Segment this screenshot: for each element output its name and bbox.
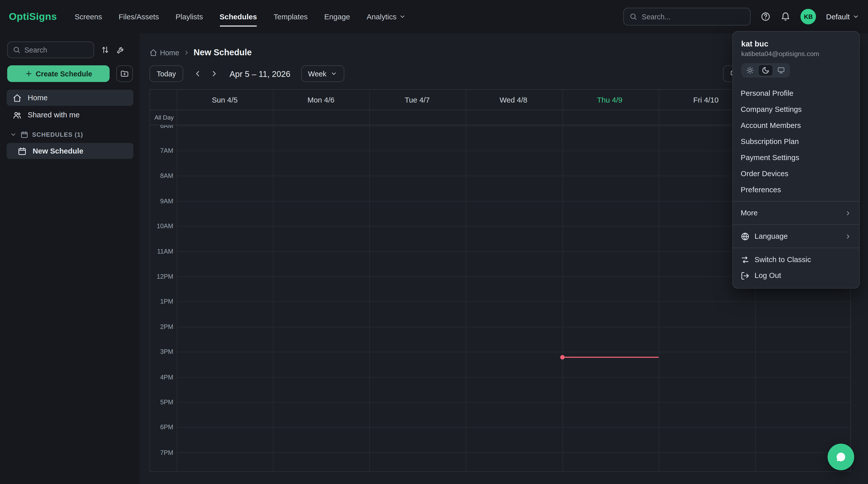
search-icon [13,46,21,54]
day-header-thu[interactable]: Thu 4/9 [562,90,658,110]
date-range-label: Apr 5 – 11, 2026 [229,69,290,78]
menu-item-more[interactable]: More [733,205,859,221]
logout-icon [741,271,749,280]
menu-item-payment-settings[interactable]: Payment Settings [733,150,859,165]
chevron-left-icon [193,69,202,78]
settings-button[interactable] [116,46,125,54]
menu-item-company-settings[interactable]: Company Settings [733,101,859,117]
day-header-wed[interactable]: Wed 4/8 [465,90,562,110]
chevron-down-icon [330,70,337,77]
theme-light-button[interactable] [742,64,758,77]
menu-item-language[interactable]: Language [733,228,859,244]
theme-toggle [741,63,790,78]
theme-dark-button[interactable] [758,64,773,77]
chevron-down-icon [399,13,406,20]
create-schedule-button[interactable]: Create Schedule [7,65,110,82]
breadcrumb-home[interactable]: Home [149,49,179,57]
sidebar-item-new-schedule[interactable]: New Schedule [6,143,133,159]
day-header-sun[interactable]: Sun 4/5 [177,90,273,110]
wrench-icon [116,46,125,54]
help-circle-icon [761,11,771,22]
sort-button[interactable] [101,46,110,54]
today-button[interactable]: Today [149,65,183,82]
nav-playlists[interactable]: Playlists [176,12,203,21]
app-root: OptiSigns Screens Files/Assets Playlists… [0,0,868,484]
main-nav: Screens Files/Assets Playlists Schedules… [74,12,406,21]
breadcrumb: Home New Schedule [149,48,252,58]
avatar[interactable]: KB [801,9,816,24]
day-header-tue[interactable]: Tue 4/7 [369,90,465,110]
chevron-right-icon [183,49,190,56]
sidebar-item-shared[interactable]: Shared with me [6,107,133,123]
sidebar: Create Schedule Home Shared with me SCHE… [0,33,141,484]
divider [733,201,859,202]
nav-engage[interactable]: Engage [324,12,350,21]
calendar-icon [18,147,27,155]
help-button[interactable] [761,11,771,22]
new-folder-button[interactable] [116,65,133,82]
all-day-label: All Day [154,114,174,121]
chat-bubble-icon [835,451,847,463]
sidebar-item-home[interactable]: Home [6,90,133,106]
sidebar-search[interactable] [7,41,94,58]
nav-files-assets[interactable]: Files/Assets [119,12,159,21]
chat-fab[interactable] [828,444,854,470]
account-menu-items: Personal Profile Company Settings Accoun… [733,85,859,198]
prev-week-button[interactable] [193,69,202,78]
chevron-right-icon [210,69,218,78]
menu-item-subscription-plan[interactable]: Subscription Plan [733,133,859,150]
theme-system-button[interactable] [773,64,789,77]
chevron-down-icon [852,13,859,20]
menu-item-account-members[interactable]: Account Members [733,117,859,133]
moon-icon [762,66,770,74]
menu-item-logout[interactable]: Log Out [733,268,859,284]
menu-item-switch-classic[interactable]: Switch to Classic [733,251,859,268]
sidebar-search-input[interactable] [24,46,89,54]
brand-logo[interactable]: OptiSigns [9,11,57,22]
home-icon [13,93,22,102]
account-name: kat buc [733,38,859,48]
chevron-right-icon [845,233,851,240]
folder-plus-icon [120,69,129,78]
top-navbar: OptiSigns Screens Files/Assets Playlists… [0,0,868,33]
workspace-selector[interactable]: Default [826,12,859,21]
page-title: New Schedule [194,48,252,58]
divider [733,224,859,225]
current-time-dot [560,355,565,360]
chevron-down-icon [10,131,17,138]
monitor-icon [777,66,785,74]
calendar-icon [21,131,28,139]
next-week-button[interactable] [210,69,218,78]
chevron-right-icon [845,210,851,216]
sort-arrows-icon [101,46,110,54]
day-header-mon[interactable]: Mon 4/6 [273,90,369,110]
menu-item-personal-profile[interactable]: Personal Profile [733,85,859,101]
current-time-indicator [562,357,659,358]
sun-icon [746,66,754,74]
search-icon [630,13,638,21]
menu-item-order-devices[interactable]: Order Devices [733,165,859,182]
notifications-button[interactable] [781,11,790,22]
nav-screens[interactable]: Screens [74,12,102,21]
home-icon [149,49,157,57]
users-icon [13,111,22,119]
navbar-right: KB Default [623,8,859,26]
globe-icon [741,232,749,241]
account-email: katibeta04@optisigns.com [733,48,859,58]
nav-analytics[interactable]: Analytics [367,12,406,21]
plus-icon [25,70,32,78]
switch-arrows-icon [741,255,749,264]
bell-icon [781,11,790,22]
sidebar-group-schedules[interactable]: SCHEDULES (1) [6,127,133,142]
account-menu: kat buc katibeta04@optisigns.com Persona… [733,31,860,289]
nav-schedules[interactable]: Schedules [219,12,257,21]
global-search-input[interactable] [642,12,745,21]
divider [733,247,859,248]
view-selector[interactable]: Week [301,65,344,82]
nav-templates[interactable]: Templates [274,12,308,21]
global-search[interactable] [623,8,751,26]
menu-item-preferences[interactable]: Preferences [733,182,859,198]
